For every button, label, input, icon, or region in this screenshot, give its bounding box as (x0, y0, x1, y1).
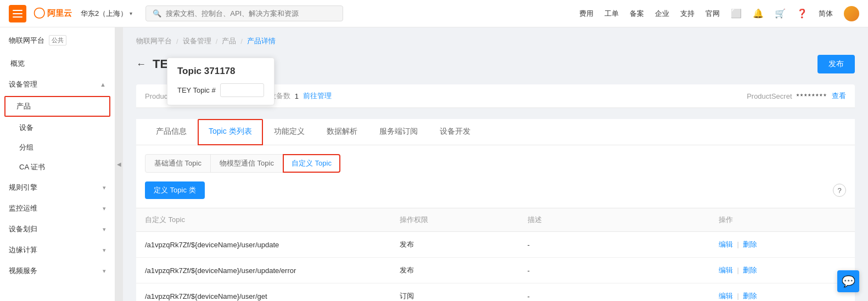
table-cell-topic-3: /a1vpzqRk7Zf/${deviceName}/user/get (145, 292, 400, 300)
sidebar-group-label: 分组 (19, 143, 33, 151)
sidebar-overview-label: 概览 (10, 59, 25, 67)
chevron-down-icon-edge: ▾ (103, 247, 106, 254)
sidebar-collapse-handle[interactable]: ◀ (115, 27, 123, 301)
logo-text: 阿里云 (47, 8, 72, 19)
nav-support[interactable]: 支持 (680, 9, 695, 19)
table-col-topic: 自定义 Topic (145, 215, 400, 225)
breadcrumb-sep-3: / (240, 37, 243, 46)
tab-function-def[interactable]: 功能定义 (263, 119, 316, 145)
table-row: /a1vpzqRk7Zf/${deviceName}/user/update 发… (136, 232, 855, 258)
table-cell-desc-2: - (528, 266, 719, 275)
sidebar-section-monitor[interactable]: 监控运维 ▾ (0, 198, 115, 219)
sidebar-section-device-mgmt[interactable]: 设备管理 ▲ (0, 74, 115, 95)
sidebar-item-device[interactable]: 设备 (0, 118, 115, 138)
device-count-value: 1 (295, 92, 299, 100)
sub-tab-model[interactable]: 物模型通信 Topic (210, 154, 283, 173)
edit-link-1[interactable]: 编辑 (719, 240, 733, 248)
sub-tab-basic[interactable]: 基础通信 Topic (145, 154, 211, 173)
table-col-action: 操作 (719, 215, 846, 225)
table-col-permission: 操作权限 (400, 215, 527, 225)
sidebar-section-rule-engine[interactable]: 规则引擎 ▾ (0, 177, 115, 198)
table-header: 自定义 Topic 操作权限 描述 操作 (136, 208, 855, 232)
sub-tab-custom[interactable]: 自定义 Topic (283, 154, 340, 173)
hamburger-line-3 (13, 16, 23, 18)
define-topic-button[interactable]: 定义 Topic 类 (145, 181, 205, 199)
help-icon[interactable]: ? (833, 184, 846, 197)
table-cell-topic-1: /a1vpzqRk7Zf/${deviceName}/user/update (145, 241, 400, 249)
sidebar-section-video[interactable]: 视频服务 ▾ (0, 260, 115, 281)
table-cell-desc-3: - (528, 292, 719, 300)
nav-fee[interactable]: 费用 (579, 9, 593, 19)
search-input[interactable] (166, 9, 336, 18)
sidebar-item-product[interactable]: 产品 (4, 96, 110, 117)
define-section: 定义 Topic 类 ? (136, 173, 855, 208)
sidebar-section-device-alloc[interactable]: 设备划归 ▾ (0, 219, 115, 240)
sidebar-device-label: 设备 (19, 123, 33, 132)
top-nav-right: 费用 工单 备案 企业 支持 官网 ⬜ 🔔 🛒 ❓ 简体 (579, 6, 859, 21)
chevron-down-icon-rule: ▾ (103, 184, 106, 191)
collapse-arrow-icon: ◀ (117, 161, 121, 167)
sidebar-device-alloc-label: 设备划归 (9, 224, 37, 234)
view-link[interactable]: 查看 (832, 91, 846, 101)
chevron-down-icon-alloc: ▾ (103, 226, 106, 233)
breadcrumb-iot[interactable]: 物联网平台 (136, 36, 172, 46)
notification-icon[interactable]: 🔔 (753, 8, 764, 19)
sidebar-item-group[interactable]: 分组 (0, 138, 115, 157)
divider-2: | (737, 266, 738, 274)
edit-link-2[interactable]: 编辑 (719, 266, 733, 274)
table-cell-permission-2: 发布 (400, 265, 527, 275)
sidebar-device-mgmt-label: 设备管理 (9, 79, 37, 89)
cart-icon[interactable]: 🛒 (775, 8, 786, 19)
logo-icon: 〇 (33, 5, 45, 22)
sidebar-section-edge[interactable]: 边缘计算 ▾ (0, 240, 115, 260)
sidebar-rule-engine-label: 规则引擎 (9, 183, 37, 192)
delete-link-2[interactable]: 删除 (743, 266, 757, 274)
table-cell-actions-3: 编辑 | 删除 (719, 291, 846, 301)
delete-link-1[interactable]: 删除 (743, 240, 757, 248)
table-cell-desc-1: - (528, 241, 719, 249)
table-row: /a1vpzqRk7Zf/${deviceName}/user/get 订阅 -… (136, 283, 855, 301)
tab-topic-list[interactable]: Topic 类列表 (198, 119, 263, 145)
sidebar-monitor-label: 监控运维 (9, 203, 37, 213)
breadcrumb-device-mgmt[interactable]: 设备管理 (183, 36, 211, 46)
tab-data-analysis[interactable]: 数据解析 (316, 119, 368, 145)
nav-ticket[interactable]: 工单 (604, 9, 619, 19)
edit-link-3[interactable]: 编辑 (719, 292, 733, 300)
back-arrow-icon[interactable]: ← (136, 59, 146, 70)
sidebar-video-label: 视频服务 (9, 266, 37, 276)
nav-record[interactable]: 备案 (630, 9, 644, 19)
search-icon: 🔍 (153, 9, 161, 18)
sidebar-item-overview[interactable]: 概览 (0, 53, 115, 74)
sidebar-platform-badge: 公共 (49, 35, 66, 46)
publish-button[interactable]: 发布 (817, 55, 855, 73)
product-secret-value: ******** (797, 92, 827, 100)
topic-popup-input-row: TEY Topic # (177, 83, 264, 97)
breadcrumb-product[interactable]: 产品 (222, 36, 236, 46)
tab-server-subscribe[interactable]: 服务端订阅 (368, 119, 429, 145)
logo[interactable]: 〇 阿里云 (33, 5, 72, 22)
delete-link-3[interactable]: 删除 (743, 292, 757, 300)
tab-device-dev[interactable]: 设备开发 (429, 119, 481, 145)
sidebar-item-ca[interactable]: CA 证书 (0, 157, 115, 177)
topic-number-input[interactable] (220, 83, 264, 97)
chat-bubble-icon: 💬 (842, 275, 855, 288)
chevron-down-icon-video: ▾ (103, 268, 106, 275)
sidebar-product-label: 产品 (16, 102, 31, 110)
help-circle-icon[interactable]: ❓ (797, 8, 808, 19)
sidebar-platform-label: 物联网平台 (9, 36, 44, 46)
manage-link[interactable]: 前往管理 (303, 91, 332, 101)
region-selector[interactable]: 华东2（上海） ▾ (81, 9, 132, 19)
divider-1: | (737, 240, 738, 248)
avatar[interactable] (844, 6, 859, 21)
tab-product-info[interactable]: 产品信息 (145, 119, 198, 145)
lang-selector[interactable]: 简体 (819, 9, 833, 19)
hamburger-menu[interactable] (9, 5, 26, 22)
breadcrumb-sep-1: / (176, 37, 178, 46)
nav-enterprise[interactable]: 企业 (655, 9, 669, 19)
sidebar-edge-label: 边缘计算 (9, 245, 37, 255)
chat-icon[interactable]: 💬 (837, 270, 859, 292)
screen-icon[interactable]: ⬜ (731, 8, 742, 19)
sidebar-header: 物联网平台 公共 (0, 27, 115, 53)
nav-official[interactable]: 官网 (705, 9, 720, 19)
search-bar[interactable]: 🔍 (145, 5, 343, 21)
